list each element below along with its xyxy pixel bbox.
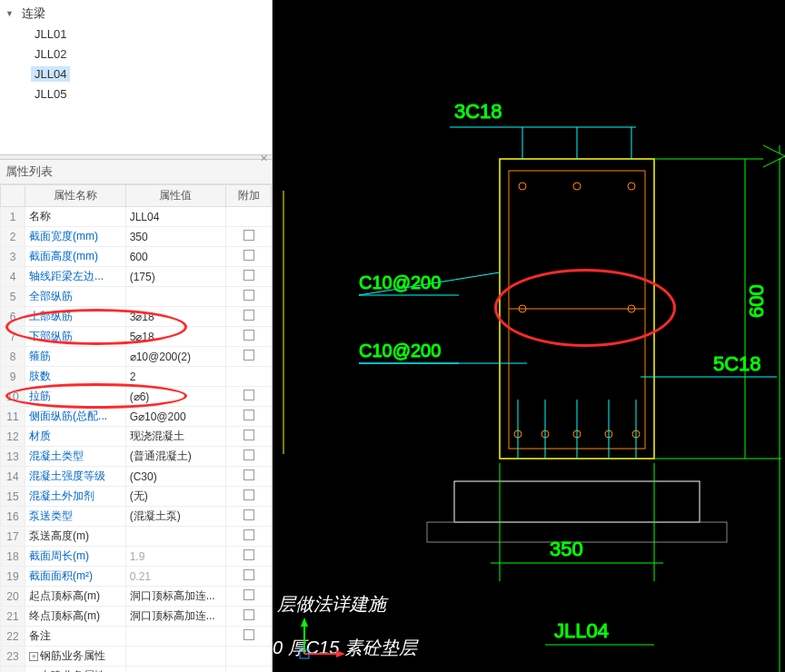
property-value[interactable]: ⌀10@200(2) bbox=[125, 347, 226, 367]
row-index: 23 bbox=[1, 647, 25, 667]
property-extra bbox=[226, 487, 272, 507]
close-icon[interactable]: ✕ bbox=[260, 153, 268, 164]
tree-item-label: JLL04 bbox=[31, 66, 70, 82]
row-index: 20 bbox=[1, 587, 25, 607]
extra-checkbox[interactable] bbox=[243, 509, 254, 520]
property-row[interactable]: 8箍筋⌀10@200(2) bbox=[1, 347, 272, 367]
property-row[interactable]: 12材质现浇混凝土 bbox=[1, 427, 272, 447]
tree-root-row[interactable]: ▼ 连梁 bbox=[5, 4, 272, 24]
property-row[interactable]: 10拉筋(⌀6) bbox=[1, 387, 272, 407]
property-name: 截面面积(m²) bbox=[29, 569, 93, 582]
property-panel-title: 属性列表 bbox=[0, 160, 272, 184]
tree-root-label: 连梁 bbox=[18, 5, 49, 23]
extra-checkbox[interactable] bbox=[243, 569, 254, 580]
svg-point-3 bbox=[628, 183, 635, 190]
property-value[interactable]: 600 bbox=[125, 247, 226, 267]
property-value[interactable]: (普通混凝土) bbox=[125, 447, 226, 467]
extra-checkbox[interactable] bbox=[243, 410, 254, 420]
col-name: 属性名称 bbox=[25, 185, 126, 207]
property-value[interactable] bbox=[125, 627, 226, 647]
extra-checkbox[interactable] bbox=[243, 469, 254, 480]
property-value[interactable] bbox=[125, 647, 226, 667]
panel-splitter[interactable]: ✕ bbox=[0, 154, 272, 160]
extra-checkbox[interactable] bbox=[243, 290, 254, 301]
col-index bbox=[1, 185, 25, 207]
property-value[interactable]: (⌀6) bbox=[125, 387, 226, 407]
tree-item[interactable]: JLL01 bbox=[5, 24, 272, 44]
property-value[interactable]: 0.21 bbox=[125, 567, 226, 587]
property-row[interactable]: 7下部纵筋5⌀18 bbox=[1, 327, 272, 347]
property-row[interactable]: 17泵送高度(m) bbox=[1, 527, 272, 547]
property-row[interactable]: 21终点顶标高(m)洞口顶标高加连... bbox=[1, 607, 272, 627]
property-row[interactable]: 41+土建业务属性 bbox=[1, 667, 272, 673]
property-row[interactable]: 14混凝土强度等级(C30) bbox=[1, 467, 272, 487]
property-extra bbox=[226, 447, 272, 467]
property-row[interactable]: 1名称JLL04 bbox=[1, 207, 272, 227]
property-row[interactable]: 16泵送类型(混凝土泵) bbox=[1, 507, 272, 527]
extra-checkbox[interactable] bbox=[243, 489, 254, 500]
property-value[interactable]: 洞口顶标高加连... bbox=[125, 587, 226, 607]
component-tree[interactable]: ▼ 连梁 JLL01JLL02JLL04JLL05 bbox=[0, 0, 272, 154]
property-value[interactable]: 现浇混凝土 bbox=[125, 427, 226, 447]
col-value: 属性值 bbox=[125, 185, 226, 207]
property-value[interactable]: G⌀10@200 bbox=[125, 407, 226, 427]
extra-checkbox[interactable] bbox=[243, 250, 254, 261]
property-extra bbox=[226, 207, 272, 227]
property-value[interactable] bbox=[125, 667, 226, 673]
property-value[interactable]: (混凝土泵) bbox=[125, 507, 226, 527]
property-name: 泵送类型 bbox=[29, 509, 73, 522]
extra-checkbox[interactable] bbox=[243, 629, 254, 640]
row-index: 11 bbox=[1, 407, 25, 427]
property-row[interactable]: 11侧面纵筋(总配...G⌀10@200 bbox=[1, 407, 272, 427]
extra-checkbox[interactable] bbox=[243, 430, 254, 440]
property-value[interactable]: (C30) bbox=[125, 467, 226, 487]
extra-checkbox[interactable] bbox=[243, 230, 254, 241]
property-value[interactable]: 350 bbox=[125, 227, 226, 247]
svg-marker-38 bbox=[301, 618, 308, 627]
property-row[interactable]: 15混凝土外加剂(无) bbox=[1, 487, 272, 507]
property-row[interactable]: 20起点顶标高(m)洞口顶标高加连... bbox=[1, 587, 272, 607]
extra-checkbox[interactable] bbox=[243, 350, 254, 361]
extra-checkbox[interactable] bbox=[243, 549, 254, 560]
property-row[interactable]: 23+钢筋业务属性 bbox=[1, 647, 272, 667]
property-value[interactable]: (175) bbox=[125, 267, 226, 287]
property-row[interactable]: 2截面宽度(mm)350 bbox=[1, 227, 272, 247]
collapse-icon[interactable]: ▼ bbox=[5, 9, 16, 18]
property-row[interactable]: 22备注 bbox=[1, 627, 272, 647]
row-index: 7 bbox=[1, 327, 25, 347]
extra-checkbox[interactable] bbox=[243, 589, 254, 600]
expand-icon[interactable]: + bbox=[29, 652, 38, 661]
col-extra: 附加 bbox=[226, 185, 272, 207]
extra-checkbox[interactable] bbox=[243, 310, 254, 321]
cad-viewport[interactable]: 3C18 C10@200 C10@200 5C18 600 350 JLL04 … bbox=[273, 0, 785, 672]
tree-item[interactable]: JLL02 bbox=[5, 44, 272, 64]
extra-checkbox[interactable] bbox=[243, 330, 254, 341]
property-value[interactable]: 2 bbox=[125, 367, 226, 387]
property-value[interactable] bbox=[125, 287, 226, 307]
property-value[interactable]: 1.9 bbox=[125, 547, 226, 567]
property-value[interactable]: JLL04 bbox=[125, 207, 226, 227]
property-row[interactable]: 9肢数2 bbox=[1, 367, 272, 387]
property-row[interactable]: 6上部纵筋3⌀18 bbox=[1, 307, 272, 327]
property-value[interactable]: (无) bbox=[125, 487, 226, 507]
property-value[interactable]: 洞口顶标高加连... bbox=[125, 607, 226, 627]
extra-checkbox[interactable] bbox=[243, 609, 254, 620]
property-value[interactable]: 5⌀18 bbox=[125, 327, 226, 347]
extra-checkbox[interactable] bbox=[243, 450, 254, 460]
property-row[interactable]: 13混凝土类型(普通混凝土) bbox=[1, 447, 272, 467]
property-value[interactable]: 3⌀18 bbox=[125, 307, 226, 327]
property-row[interactable]: 3截面高度(mm)600 bbox=[1, 247, 272, 267]
extra-checkbox[interactable] bbox=[243, 529, 254, 540]
extra-checkbox[interactable] bbox=[243, 390, 254, 400]
tree-item[interactable]: JLL04 bbox=[5, 64, 272, 84]
property-grid[interactable]: 属性名称 属性值 附加 1名称JLL042截面宽度(mm)3503截面高度(mm… bbox=[0, 184, 272, 672]
property-row[interactable]: 5全部纵筋 bbox=[1, 287, 272, 307]
tree-item[interactable]: JLL05 bbox=[5, 84, 272, 104]
property-row[interactable]: 4轴线距梁左边...(175) bbox=[1, 267, 272, 287]
property-value[interactable] bbox=[125, 527, 226, 547]
property-row[interactable]: 18截面周长(m)1.9 bbox=[1, 547, 272, 567]
cad-note-2: 0 厚C15 素砼垫层 bbox=[273, 637, 419, 657]
property-row[interactable]: 19截面面积(m²)0.21 bbox=[1, 567, 272, 587]
extra-checkbox[interactable] bbox=[243, 270, 254, 281]
cad-dim-height: 600 bbox=[745, 284, 768, 318]
